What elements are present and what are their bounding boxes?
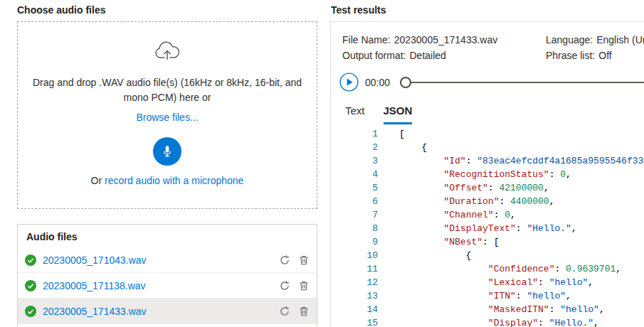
code-line: 5 "Offset": 42100000, bbox=[331, 181, 644, 195]
code-line: 4 "RecognitionStatus": 0, bbox=[331, 168, 644, 181]
code-line: 6 "Duration": 4400000, bbox=[331, 195, 644, 208]
success-check-icon bbox=[25, 306, 36, 317]
success-check-icon bbox=[25, 280, 36, 291]
record-prefix: Or bbox=[91, 175, 105, 186]
meta-output-format: Output format:Detailed bbox=[342, 50, 446, 61]
line-number: 13 bbox=[331, 289, 378, 303]
choose-audio-files-title: Choose audio files bbox=[17, 4, 105, 16]
line-number: 8 bbox=[331, 222, 378, 235]
delete-icon[interactable] bbox=[298, 280, 310, 291]
record-microphone-button[interactable] bbox=[153, 137, 181, 166]
record-audio-link[interactable]: record audio with a microphone bbox=[105, 175, 243, 186]
line-number: 12 bbox=[331, 276, 378, 289]
tab-json[interactable]: JSON bbox=[384, 104, 413, 124]
audio-file-link[interactable]: 20230005_171433.wav bbox=[43, 306, 147, 317]
results-tabs: TextJSON bbox=[345, 104, 412, 124]
line-number: 3 bbox=[331, 154, 378, 168]
audio-file-row[interactable]: 20230005_171138.wav bbox=[18, 273, 317, 299]
json-code-editor[interactable]: 1[2 {3 "Id": "83eac4efcddf4a1685a9595546… bbox=[331, 127, 644, 327]
language-value: English (Un bbox=[596, 34, 644, 45]
audio-files-title: Audio files bbox=[18, 225, 317, 247]
file-name-value: 20230005_171433.wav bbox=[394, 34, 498, 45]
test-results-panel: File Name:20230005_171433.wav Language:E… bbox=[330, 21, 644, 327]
code-line: 9 "NBest": [ bbox=[331, 235, 644, 249]
code-line: 7 "Channel": 0, bbox=[331, 208, 644, 222]
code-line: 15 "Display": "Hello.", bbox=[331, 316, 644, 327]
player-slider-track[interactable] bbox=[401, 82, 644, 83]
dropzone-instructions: Drag and drop .WAV audio file(s) (16kHz … bbox=[28, 75, 307, 105]
code-line: 10 { bbox=[331, 249, 644, 262]
audio-dropzone[interactable]: Drag and drop .WAV audio file(s) (16kHz … bbox=[17, 21, 317, 209]
line-number: 2 bbox=[331, 141, 378, 154]
code-line: 11 "Confidence": 0.9639701, bbox=[331, 262, 644, 276]
code-line: 12 "Lexical": "hello", bbox=[331, 276, 644, 289]
retest-icon[interactable] bbox=[279, 306, 290, 317]
record-audio-line: Or record audio with a microphone bbox=[91, 175, 244, 186]
test-results-title: Test results bbox=[331, 4, 386, 16]
output-format-label: Output format: bbox=[342, 50, 406, 61]
code-line: 13 "ITN": "hello", bbox=[331, 289, 644, 303]
output-format-value: Detailed bbox=[409, 50, 445, 61]
file-name-label: File Name: bbox=[342, 34, 391, 45]
microphone-icon bbox=[160, 144, 174, 159]
audio-file-row[interactable]: 20230005_171433.wav bbox=[18, 299, 317, 324]
meta-file-name: File Name:20230005_171433.wav bbox=[342, 34, 497, 45]
line-number: 10 bbox=[331, 249, 378, 262]
audio-file-list: 20230005_171043.wav 20230005_171138.wav bbox=[18, 247, 317, 324]
play-button[interactable] bbox=[339, 73, 359, 92]
retest-icon[interactable] bbox=[279, 280, 290, 291]
line-number: 7 bbox=[331, 208, 378, 222]
player-slider-thumb[interactable] bbox=[400, 77, 411, 88]
code-line: 8 "DisplayText": "Hello.", bbox=[331, 222, 644, 235]
row-actions bbox=[279, 306, 310, 317]
line-number: 9 bbox=[331, 235, 378, 249]
code-line: 3 "Id": "83eac4efcddf4a1685a9595546f33a4… bbox=[331, 154, 644, 168]
line-number: 5 bbox=[331, 181, 378, 195]
line-number: 1 bbox=[331, 127, 378, 141]
line-number: 14 bbox=[331, 303, 378, 316]
cloud-upload-icon bbox=[153, 39, 181, 64]
browse-files-link[interactable]: Browse files... bbox=[136, 112, 198, 123]
delete-icon[interactable] bbox=[298, 254, 310, 266]
line-number: 4 bbox=[331, 168, 378, 181]
audio-file-row[interactable]: 20230005_171043.wav bbox=[18, 247, 317, 273]
line-number: 6 bbox=[331, 195, 378, 208]
line-number: 15 bbox=[331, 316, 378, 327]
success-check-icon bbox=[25, 254, 36, 266]
line-number: 11 bbox=[331, 262, 378, 276]
row-actions bbox=[279, 254, 310, 266]
language-label: Language: bbox=[546, 34, 593, 45]
meta-phrase-list: Phrase list:Off bbox=[546, 50, 612, 61]
row-actions bbox=[279, 280, 310, 291]
tab-text[interactable]: Text bbox=[345, 104, 365, 124]
audio-file-link[interactable]: 20230005_171043.wav bbox=[43, 254, 147, 266]
audio-file-link[interactable]: 20230005_171138.wav bbox=[43, 280, 146, 291]
delete-icon[interactable] bbox=[298, 306, 310, 317]
retest-icon[interactable] bbox=[279, 254, 290, 266]
player-time: 00:00 bbox=[365, 77, 390, 88]
code-line: 14 "MaskedITN": "hello", bbox=[331, 303, 644, 316]
phrase-list-value: Off bbox=[598, 50, 611, 61]
code-line: 1[ bbox=[331, 127, 644, 141]
code-line: 2 { bbox=[331, 141, 644, 154]
meta-language: Language:English (Un bbox=[546, 34, 644, 45]
phrase-list-label: Phrase list: bbox=[546, 50, 595, 61]
audio-files-panel: Audio files 20230005_171043.wav bbox=[17, 224, 317, 327]
